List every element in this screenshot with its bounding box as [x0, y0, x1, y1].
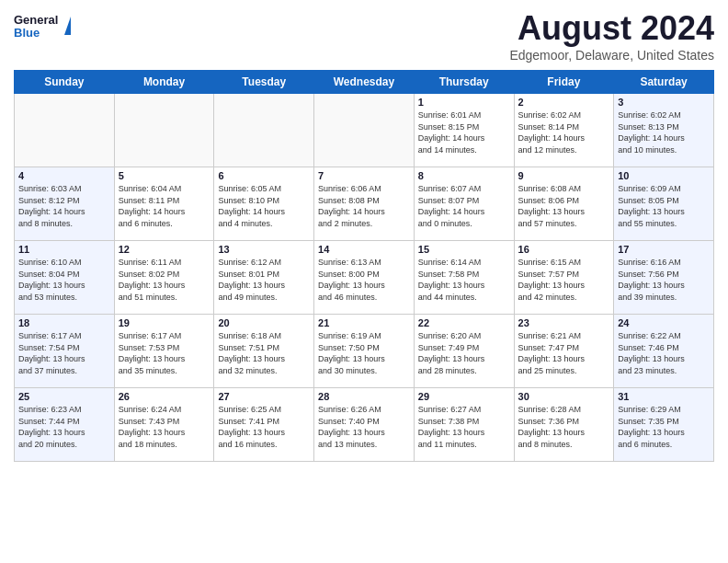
col-tuesday: Tuesday [214, 71, 314, 94]
col-thursday: Thursday [414, 71, 514, 94]
day-info: Sunrise: 6:14 AM Sunset: 7:58 PM Dayligh… [418, 257, 510, 303]
day-number: 23 [518, 317, 610, 328]
day-number: 25 [18, 391, 110, 402]
calendar-cell: 4Sunrise: 6:03 AM Sunset: 8:12 PM Daylig… [15, 167, 115, 241]
calendar-cell: 3Sunrise: 6:02 AM Sunset: 8:13 PM Daylig… [614, 94, 714, 167]
calendar-cell: 8Sunrise: 6:07 AM Sunset: 8:07 PM Daylig… [414, 167, 514, 241]
calendar-cell: 28Sunrise: 6:26 AM Sunset: 7:40 PM Dayli… [314, 388, 415, 462]
logo-blue: Blue [14, 26, 40, 40]
day-number: 12 [119, 244, 210, 255]
calendar-cell: 26Sunrise: 6:24 AM Sunset: 7:43 PM Dayli… [114, 388, 214, 462]
calendar-cell: 13Sunrise: 6:12 AM Sunset: 8:01 PM Dayli… [214, 241, 314, 315]
calendar-week-2: 11Sunrise: 6:10 AM Sunset: 8:04 PM Dayli… [15, 241, 714, 315]
col-friday: Friday [514, 71, 614, 94]
month-title: August 2024 [509, 9, 714, 48]
day-number: 20 [218, 317, 310, 328]
calendar-cell [15, 94, 115, 167]
calendar-cell: 25Sunrise: 6:23 AM Sunset: 7:44 PM Dayli… [15, 388, 115, 462]
day-number: 15 [418, 244, 510, 255]
day-number: 24 [618, 317, 710, 328]
day-info: Sunrise: 6:18 AM Sunset: 7:51 PM Dayligh… [218, 330, 310, 376]
calendar-cell: 12Sunrise: 6:11 AM Sunset: 8:02 PM Dayli… [114, 241, 214, 315]
day-info: Sunrise: 6:27 AM Sunset: 7:38 PM Dayligh… [418, 404, 510, 450]
day-info: Sunrise: 6:04 AM Sunset: 8:11 PM Dayligh… [119, 183, 210, 229]
day-info: Sunrise: 6:08 AM Sunset: 8:06 PM Dayligh… [518, 183, 610, 229]
calendar-cell: 21Sunrise: 6:19 AM Sunset: 7:50 PM Dayli… [314, 315, 415, 388]
col-saturday: Saturday [614, 71, 714, 94]
calendar-cell [114, 94, 214, 167]
day-info: Sunrise: 6:13 AM Sunset: 8:00 PM Dayligh… [318, 257, 410, 303]
day-number: 21 [318, 317, 410, 328]
day-number: 14 [318, 244, 410, 255]
day-info: Sunrise: 6:03 AM Sunset: 8:12 PM Dayligh… [18, 183, 110, 229]
calendar-cell: 7Sunrise: 6:06 AM Sunset: 8:08 PM Daylig… [314, 167, 415, 241]
location: Edgemoor, Delaware, United States [509, 48, 714, 63]
day-number: 7 [318, 170, 410, 181]
calendar-cell: 16Sunrise: 6:15 AM Sunset: 7:57 PM Dayli… [514, 241, 614, 315]
day-number: 6 [218, 170, 310, 181]
calendar-cell: 10Sunrise: 6:09 AM Sunset: 8:05 PM Dayli… [614, 167, 714, 241]
day-number: 27 [218, 391, 310, 402]
calendar-cell: 9Sunrise: 6:08 AM Sunset: 8:06 PM Daylig… [514, 167, 614, 241]
day-info: Sunrise: 6:11 AM Sunset: 8:02 PM Dayligh… [119, 257, 210, 303]
day-number: 3 [618, 97, 710, 108]
calendar-cell: 30Sunrise: 6:28 AM Sunset: 7:36 PM Dayli… [514, 388, 614, 462]
calendar-cell [214, 94, 314, 167]
day-info: Sunrise: 6:16 AM Sunset: 7:56 PM Dayligh… [618, 257, 710, 303]
calendar-cell: 1Sunrise: 6:01 AM Sunset: 8:15 PM Daylig… [414, 94, 514, 167]
day-info: Sunrise: 6:01 AM Sunset: 8:15 PM Dayligh… [418, 109, 510, 155]
page: General Blue August 2024 Edgemoor, Delaw… [0, 0, 728, 563]
day-info: Sunrise: 6:06 AM Sunset: 8:08 PM Dayligh… [318, 183, 410, 229]
day-info: Sunrise: 6:24 AM Sunset: 7:43 PM Dayligh… [119, 404, 210, 450]
day-info: Sunrise: 6:26 AM Sunset: 7:40 PM Dayligh… [318, 404, 410, 450]
day-info: Sunrise: 6:21 AM Sunset: 7:47 PM Dayligh… [518, 330, 610, 376]
day-number: 11 [18, 244, 110, 255]
calendar-cell: 27Sunrise: 6:25 AM Sunset: 7:41 PM Dayli… [214, 388, 314, 462]
day-info: Sunrise: 6:28 AM Sunset: 7:36 PM Dayligh… [518, 404, 610, 450]
calendar-cell: 11Sunrise: 6:10 AM Sunset: 8:04 PM Dayli… [15, 241, 115, 315]
day-info: Sunrise: 6:17 AM Sunset: 7:54 PM Dayligh… [18, 330, 110, 376]
col-wednesday: Wednesday [314, 71, 415, 94]
day-number: 28 [318, 391, 410, 402]
calendar-cell: 5Sunrise: 6:04 AM Sunset: 8:11 PM Daylig… [114, 167, 214, 241]
day-number: 30 [518, 391, 610, 402]
day-number: 2 [518, 97, 610, 108]
calendar-cell: 18Sunrise: 6:17 AM Sunset: 7:54 PM Dayli… [15, 315, 115, 388]
day-number: 19 [119, 317, 210, 328]
calendar-cell: 20Sunrise: 6:18 AM Sunset: 7:51 PM Dayli… [214, 315, 314, 388]
day-info: Sunrise: 6:23 AM Sunset: 7:44 PM Dayligh… [18, 404, 110, 450]
title-area: August 2024 Edgemoor, Delaware, United S… [509, 9, 714, 63]
day-number: 13 [218, 244, 310, 255]
header: General Blue August 2024 Edgemoor, Delaw… [14, 9, 714, 63]
day-number: 17 [618, 244, 710, 255]
day-number: 22 [418, 317, 510, 328]
day-info: Sunrise: 6:02 AM Sunset: 8:14 PM Dayligh… [518, 109, 610, 155]
calendar-week-4: 25Sunrise: 6:23 AM Sunset: 7:44 PM Dayli… [15, 388, 714, 462]
day-number: 4 [18, 170, 110, 181]
calendar-week-1: 4Sunrise: 6:03 AM Sunset: 8:12 PM Daylig… [15, 167, 714, 241]
calendar-cell: 2Sunrise: 6:02 AM Sunset: 8:14 PM Daylig… [514, 94, 614, 167]
calendar-table: Sunday Monday Tuesday Wednesday Thursday… [14, 70, 714, 462]
day-info: Sunrise: 6:25 AM Sunset: 7:41 PM Dayligh… [218, 404, 310, 450]
calendar-week-3: 18Sunrise: 6:17 AM Sunset: 7:54 PM Dayli… [15, 315, 714, 388]
day-info: Sunrise: 6:22 AM Sunset: 7:46 PM Dayligh… [618, 330, 710, 376]
calendar-cell: 14Sunrise: 6:13 AM Sunset: 8:00 PM Dayli… [314, 241, 415, 315]
calendar-cell [314, 94, 415, 167]
day-info: Sunrise: 6:17 AM Sunset: 7:53 PM Dayligh… [119, 330, 210, 376]
logo-general: General [14, 13, 58, 27]
day-info: Sunrise: 6:29 AM Sunset: 7:35 PM Dayligh… [618, 404, 710, 450]
day-number: 26 [119, 391, 210, 402]
header-row: Sunday Monday Tuesday Wednesday Thursday… [15, 71, 714, 94]
col-monday: Monday [114, 71, 214, 94]
calendar-cell: 22Sunrise: 6:20 AM Sunset: 7:49 PM Dayli… [414, 315, 514, 388]
day-number: 5 [119, 170, 210, 181]
day-number: 10 [618, 170, 710, 181]
day-number: 16 [518, 244, 610, 255]
calendar-cell: 23Sunrise: 6:21 AM Sunset: 7:47 PM Dayli… [514, 315, 614, 388]
day-info: Sunrise: 6:05 AM Sunset: 8:10 PM Dayligh… [218, 183, 310, 229]
day-number: 8 [418, 170, 510, 181]
day-info: Sunrise: 6:10 AM Sunset: 8:04 PM Dayligh… [18, 257, 110, 303]
calendar-cell: 19Sunrise: 6:17 AM Sunset: 7:53 PM Dayli… [114, 315, 214, 388]
day-number: 29 [418, 391, 510, 402]
calendar-cell: 17Sunrise: 6:16 AM Sunset: 7:56 PM Dayli… [614, 241, 714, 315]
